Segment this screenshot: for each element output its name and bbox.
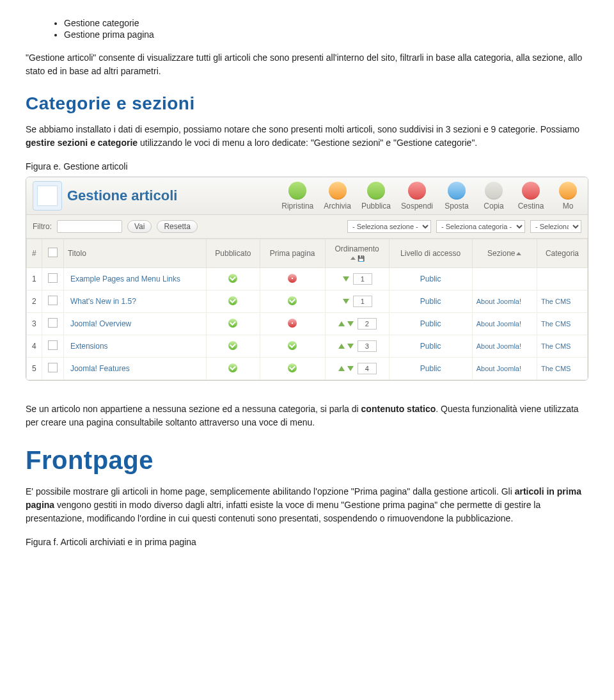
cell-category[interactable]: The CMS xyxy=(537,358,587,380)
tool-copia[interactable]: Copia xyxy=(480,182,507,211)
cell-published[interactable] xyxy=(206,335,260,358)
col-order[interactable]: Ordinamento 💾 xyxy=(325,239,389,268)
row-checkbox[interactable] xyxy=(48,318,58,328)
arrow-down-icon[interactable] xyxy=(343,299,349,304)
arrow-down-icon[interactable] xyxy=(347,366,354,371)
bullet-item: Gestione categorie xyxy=(64,18,588,28)
section-heading-frontpage: Frontpage xyxy=(26,446,588,475)
cell-title[interactable]: Joomla! Overview xyxy=(63,313,206,335)
cell-frontpage[interactable] xyxy=(260,268,325,290)
cell-section[interactable]: About Joomla! xyxy=(472,313,537,335)
order-input[interactable]: 2 xyxy=(358,318,377,330)
col-section[interactable]: Sezione xyxy=(472,239,537,268)
cell-order: 3 xyxy=(325,335,389,358)
table-row: 1Example Pages and Menu Links 1Public xyxy=(27,268,588,290)
cell-check xyxy=(42,313,63,335)
arrow-down-icon[interactable] xyxy=(347,344,354,349)
tool-pubblica[interactable]: Pubblica xyxy=(361,182,391,211)
cross-icon xyxy=(288,319,297,328)
col-title[interactable]: Titolo xyxy=(63,239,206,268)
cell-access[interactable]: Public xyxy=(389,268,472,290)
filter-go-button[interactable]: Vai xyxy=(127,220,152,233)
cell-category[interactable] xyxy=(537,268,587,290)
cell-category[interactable]: The CMS xyxy=(537,313,587,335)
frontpage-paragraph: E' possibile mostrare gli articoli in ho… xyxy=(26,485,588,525)
cell-title[interactable]: Example Pages and Menu Links xyxy=(63,268,206,290)
cell-access[interactable]: Public xyxy=(389,290,472,313)
order-input[interactable]: 1 xyxy=(353,296,372,307)
restore-icon xyxy=(288,182,306,200)
tool-cestina[interactable]: Cestina xyxy=(517,182,544,211)
trash-icon xyxy=(522,182,540,200)
cell-section[interactable]: About Joomla! xyxy=(472,358,537,380)
arrow-down-icon[interactable] xyxy=(347,321,354,326)
check-icon xyxy=(288,363,297,372)
tool-mo[interactable]: Mo xyxy=(555,182,581,211)
cell-access[interactable]: Public xyxy=(389,358,472,380)
cell-title[interactable]: What's New in 1.5? xyxy=(63,290,206,313)
cell-section[interactable] xyxy=(472,268,537,290)
row-checkbox[interactable] xyxy=(48,296,58,305)
cell-section[interactable]: About Joomla! xyxy=(472,335,537,358)
cell-frontpage[interactable] xyxy=(260,335,325,358)
panel-title: Gestione articoli xyxy=(67,187,177,204)
cell-access[interactable]: Public xyxy=(389,335,472,358)
cell-category[interactable]: The CMS xyxy=(537,335,587,358)
article-manager-panel: Gestione articoli Ripristina Archivia Pu… xyxy=(26,177,588,381)
col-number: # xyxy=(27,239,42,268)
order-input[interactable]: 4 xyxy=(358,363,377,374)
row-checkbox[interactable] xyxy=(48,273,58,283)
checkbox-all[interactable] xyxy=(48,248,58,257)
cell-check xyxy=(42,268,63,290)
filter-reset-button[interactable]: Resetta xyxy=(157,220,197,233)
check-icon xyxy=(228,296,237,305)
copy-icon xyxy=(485,182,503,200)
cell-number: 1 xyxy=(27,268,42,290)
archive-icon xyxy=(329,182,347,200)
tool-ripristina[interactable]: Ripristina xyxy=(281,182,313,211)
cell-title[interactable]: Joomla! Features xyxy=(63,358,206,380)
articles-table: # Titolo Pubblicato Prima pagina Ordinam… xyxy=(26,239,588,380)
cell-title[interactable]: Extensions xyxy=(63,335,206,358)
cell-published[interactable] xyxy=(206,358,260,380)
unpublish-icon xyxy=(408,182,426,200)
check-icon xyxy=(228,341,237,350)
cell-order: 1 xyxy=(325,290,389,313)
category-select[interactable]: - Seleziona categoria - xyxy=(436,220,525,233)
edit-icon xyxy=(559,182,577,200)
tool-sospendi[interactable]: Sospendi xyxy=(401,182,433,211)
cell-section[interactable]: About Joomla! xyxy=(472,290,537,313)
section-select[interactable]: - Seleziona sezione - xyxy=(347,220,431,233)
bullet-list: Gestione categorie Gestione prima pagina xyxy=(26,18,588,40)
table-row: 3Joomla! Overview 2PublicAbout Joomla!Th… xyxy=(27,313,588,335)
cell-published[interactable] xyxy=(206,268,260,290)
arrow-down-icon[interactable] xyxy=(343,276,349,282)
cell-check xyxy=(42,358,63,380)
col-category[interactable]: Categoria xyxy=(537,239,587,268)
cell-frontpage[interactable] xyxy=(260,313,325,335)
arrow-up-icon[interactable] xyxy=(338,344,345,349)
last-select[interactable]: - Seleziona u xyxy=(530,220,581,233)
row-checkbox[interactable] xyxy=(48,363,58,372)
tool-archivia[interactable]: Archivia xyxy=(324,182,351,211)
order-input[interactable]: 1 xyxy=(353,273,372,285)
cell-category[interactable]: The CMS xyxy=(537,290,587,313)
arrow-up-icon[interactable] xyxy=(338,321,345,326)
cell-frontpage[interactable] xyxy=(260,290,325,313)
arrow-up-icon[interactable] xyxy=(338,366,345,371)
order-input[interactable]: 3 xyxy=(358,340,377,352)
cell-published[interactable] xyxy=(206,313,260,335)
bullet-item: Gestione prima pagina xyxy=(64,29,588,40)
col-frontpage[interactable]: Prima pagina xyxy=(260,239,325,268)
tool-sposta[interactable]: Sposta xyxy=(443,182,470,211)
panel-header: Gestione articoli Ripristina Archivia Pu… xyxy=(26,177,588,215)
filter-input[interactable] xyxy=(57,220,122,233)
cell-access[interactable]: Public xyxy=(389,313,472,335)
col-access[interactable]: Livello di accesso xyxy=(389,239,472,268)
cell-published[interactable] xyxy=(206,290,260,313)
row-checkbox[interactable] xyxy=(48,340,58,350)
intro-paragraph: "Gestione articoli" consente di visualiz… xyxy=(26,51,588,78)
static-content-paragraph: Se un articolo non appartiene a nessuna … xyxy=(26,402,588,429)
cell-frontpage[interactable] xyxy=(260,358,325,380)
col-published[interactable]: Pubblicato xyxy=(206,239,260,268)
